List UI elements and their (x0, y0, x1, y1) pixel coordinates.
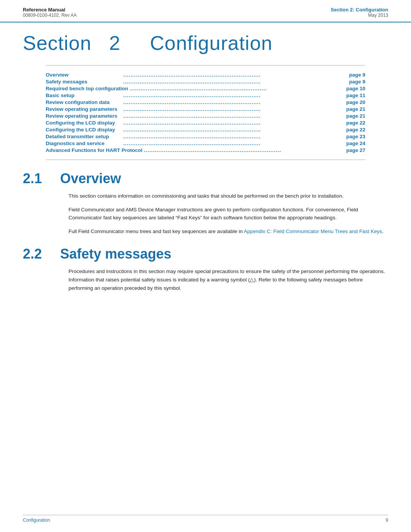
toc-label: Advanced Functions for HART Protocol (46, 147, 142, 153)
toc-item: Overview ...............................… (46, 72, 365, 78)
toc-item: Safety messages ........................… (46, 79, 365, 85)
toc-page: page 22 (346, 127, 365, 133)
section-2-2-title: Safety messages (60, 246, 171, 262)
toc-item: Configuring the LCD display ............… (46, 127, 365, 133)
header-doc-number: 00809-0100-4102, Rev AA (23, 13, 76, 18)
toc-dots: ........................................… (123, 120, 345, 126)
toc-label: Required bench top configuration (46, 86, 128, 91)
toc-page: page 22 (346, 120, 365, 126)
toc-item: Review operating parameters ............… (46, 106, 365, 112)
toc-dots: ........................................… (123, 113, 345, 119)
toc-dots: ........................................… (123, 127, 345, 133)
toc-label: Basic setup (46, 93, 122, 98)
toc-dots: ........................................… (130, 86, 345, 91)
section-2-2-number: 2.2 (23, 246, 49, 262)
toc-label: Configuring the LCD display (46, 120, 122, 126)
toc-block: Overview ...............................… (46, 65, 365, 160)
content-area: 2.1 Overview This section contains infor… (0, 171, 411, 292)
toc-page: page 21 (346, 113, 365, 119)
toc-page: page 11 (346, 93, 365, 98)
toc-dots: ........................................… (123, 106, 345, 112)
toc-page: page 9 (349, 79, 365, 85)
toc-label: Review operating parameters (46, 106, 122, 112)
section-2-2-para-1: Procedures and instructions in this sect… (68, 267, 388, 292)
toc-item: Configuring the LCD display ............… (46, 120, 365, 126)
header-right: Section 2: Configuration May 2013 (331, 7, 388, 18)
section-2-1-para-2: Field Communicator and AMS Device Manage… (68, 206, 388, 222)
toc-dots: ........................................… (123, 141, 345, 146)
toc-dots: ........................................… (144, 147, 344, 153)
section-2-1-heading-block: 2.1 Overview (23, 171, 388, 187)
toc-item: Diagnostics and service ................… (46, 141, 365, 146)
header-left: Reference Manual 00809-0100-4102, Rev AA (23, 7, 76, 18)
page-header: Reference Manual 00809-0100-4102, Rev AA… (0, 0, 411, 22)
toc-page: page 10 (346, 86, 365, 91)
toc-label: Diagnostics and service (46, 141, 122, 146)
toc-page: page 9 (349, 72, 365, 78)
header-date: May 2013 (368, 13, 388, 18)
toc-page: page 21 (346, 106, 365, 112)
toc-label: Review configuration data (46, 99, 122, 105)
toc-item: Basic setup ............................… (46, 93, 365, 98)
toc-page: page 23 (346, 134, 365, 139)
page-footer: Configuration 9 (23, 515, 388, 523)
section-2-1-number: 2.1 (23, 171, 49, 187)
toc-dots: ........................................… (123, 79, 347, 85)
section-2-1-para-1: This section contains information on com… (68, 192, 388, 200)
toc-item: Review configuration data ..............… (46, 99, 365, 105)
toc-item: Required bench top configuration .......… (46, 86, 365, 91)
footer-page-number: 9 (386, 518, 388, 523)
appendix-c-link[interactable]: Appendix C: Field Communicator Menu Tree… (244, 228, 382, 234)
toc-dots: ........................................… (123, 93, 345, 98)
toc-dots: ........................................… (123, 134, 345, 139)
header-section-label: Section 2: Configuration (331, 7, 388, 13)
toc-label: Configuring the LCD display (46, 127, 122, 133)
toc-dots: ........................................… (123, 99, 345, 105)
section-title-word: Section 2 Configuration (23, 32, 272, 54)
section-main-title: Section 2 Configuration (23, 32, 388, 54)
section-2-1-title: Overview (60, 171, 121, 187)
footer-section-label: Configuration (23, 518, 50, 523)
header-manual-title: Reference Manual (23, 7, 76, 13)
toc-item: Review operating parameters ............… (46, 113, 365, 119)
toc-label: Review operating parameters (46, 113, 122, 119)
toc-page: page 20 (346, 99, 365, 105)
toc-page: page 24 (346, 141, 365, 146)
toc-label: Overview (46, 72, 122, 78)
toc-item: Advanced Functions for HART Protocol ...… (46, 147, 365, 153)
section-title-block: Section 2 Configuration (0, 22, 411, 58)
toc-dots: ........................................… (123, 72, 347, 78)
toc-label: Safety messages (46, 79, 122, 85)
toc-page: page 27 (346, 147, 365, 153)
section-2-1-para-3: Full Field Communicator menu trees and f… (68, 227, 388, 236)
section-2-2-heading-block: 2.2 Safety messages (23, 246, 388, 262)
toc-label: Detailed transmitter setup (46, 134, 122, 139)
toc-item: Detailed transmitter setup .............… (46, 134, 365, 139)
